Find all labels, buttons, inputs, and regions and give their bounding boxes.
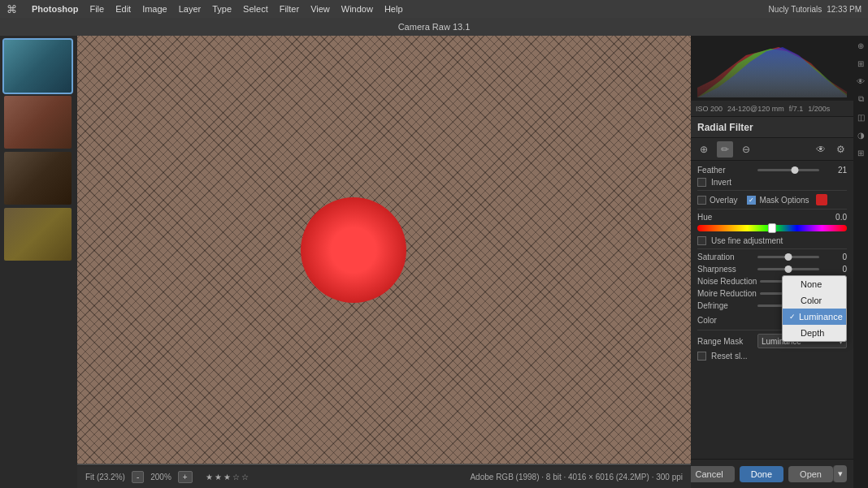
menu-select[interactable]: Select — [243, 4, 268, 14]
dropdown-luminance-label: Luminance — [799, 312, 843, 322]
zoom-fit: Fit (23.2%) — [85, 473, 125, 482]
brush-icon[interactable]: ✏ — [717, 141, 733, 158]
color-info: Adobe RGB (1998) · 8 bit · 4016 × 6016 (… — [470, 473, 683, 482]
filmstrip-thumb-3[interactable] — [4, 152, 72, 205]
luminance-checkmark: ✓ — [789, 313, 796, 321]
feather-thumb[interactable] — [791, 166, 798, 174]
mask-options-checkbox[interactable]: ✓ — [747, 196, 756, 205]
menu-bar: ⌘ Photoshop File Edit Image Layer Type S… — [0, 0, 868, 18]
layers-icon[interactable]: ⧉ — [854, 93, 867, 106]
fine-adjustment-checkbox[interactable] — [697, 236, 706, 245]
fine-adjustment-row: Use fine adjustment — [697, 236, 847, 245]
sharpness-slider[interactable] — [757, 268, 819, 270]
open-button[interactable]: Open — [788, 466, 833, 482]
filmstrip-thumb-1[interactable] — [4, 40, 72, 93]
feather-label: Feather — [697, 166, 754, 175]
done-button[interactable]: Done — [740, 466, 783, 482]
radial-filter-circle[interactable] — [301, 197, 406, 303]
mask-color-swatch[interactable] — [816, 194, 827, 205]
open-dropdown-button[interactable]: ▾ — [833, 465, 847, 482]
divider-2 — [697, 209, 847, 209]
mask-overlay-icon[interactable]: ◑ — [854, 128, 867, 141]
open-arrow-icon: ▾ — [838, 469, 843, 479]
range-mask-dropdown[interactable]: None Color ✓ Luminance Depth — [782, 275, 847, 342]
dropdown-depth-label: Depth — [801, 328, 824, 338]
saturation-value: 0 — [822, 253, 847, 261]
dropdown-item-depth[interactable]: Depth — [783, 325, 846, 341]
defringe-label: Defringe — [697, 301, 754, 310]
app-title: Camera Raw 13.1 — [398, 22, 471, 32]
menu-file[interactable]: File — [89, 4, 104, 14]
saturation-slider[interactable] — [757, 256, 819, 258]
star-2[interactable]: ★ — [215, 473, 222, 482]
hue-thumb[interactable] — [768, 223, 776, 233]
eye-icon[interactable]: 👁 — [813, 141, 829, 158]
zoom-pct: 200% — [150, 473, 171, 482]
panel-title: Radial Filter — [691, 117, 853, 138]
sharpness-label: Sharpness — [697, 265, 754, 274]
new-filter-icon[interactable]: ⊕ — [696, 141, 712, 158]
exif-focal: 24-120@120 mm — [727, 105, 784, 113]
feather-slider[interactable] — [757, 169, 819, 171]
star-1[interactable]: ★ — [206, 473, 213, 482]
cancel-button[interactable]: Cancel — [691, 466, 735, 482]
saturation-thumb[interactable] — [785, 253, 792, 261]
grid-icon[interactable]: ⊞ — [854, 146, 867, 159]
settings-icon[interactable]: ⚙ — [832, 141, 848, 158]
zoom-in-button[interactable]: + — [178, 471, 193, 483]
sharpness-row: Sharpness 0 — [697, 265, 847, 274]
erase-icon[interactable]: ⊖ — [738, 141, 754, 158]
fine-adjustment-label: Use fine adjustment — [711, 236, 783, 245]
star-3[interactable]: ★ — [224, 473, 231, 482]
canvas-image[interactable] — [77, 36, 691, 464]
status-bar: Fit (23.2%) - 200% + ★ ★ ★ ☆ ☆ Adobe RGB… — [77, 465, 691, 488]
histogram-chart — [694, 39, 850, 97]
overlay-checkbox[interactable] — [697, 196, 706, 205]
color-label: Color — [697, 316, 754, 325]
menu-layer[interactable]: Layer — [179, 4, 202, 14]
range-mask-label: Range Mask — [697, 337, 754, 346]
dropdown-item-none[interactable]: None — [783, 276, 846, 292]
invert-label: Invert — [711, 178, 731, 187]
exif-iso: ISO 200 — [696, 105, 723, 113]
star-rating[interactable]: ★ ★ ★ ☆ ☆ — [206, 473, 249, 482]
fit-icon[interactable]: ⊞ — [854, 57, 867, 70]
dropdown-item-color[interactable]: Color — [783, 292, 846, 309]
right-icons-strip: ⊕ ⊞ 👁 ⧉ ◫ ◑ ⊞ — [853, 36, 868, 488]
filmstrip-thumb-4[interactable] — [4, 208, 72, 261]
menu-type[interactable]: Type — [212, 4, 232, 14]
menu-view[interactable]: View — [310, 4, 330, 14]
histogram-area — [691, 36, 853, 101]
menu-edit[interactable]: Edit — [115, 4, 131, 14]
sharpness-thumb[interactable] — [785, 266, 792, 273]
menu-filter[interactable]: Filter — [280, 4, 299, 14]
invert-checkbox[interactable] — [697, 178, 706, 187]
apple-menu[interactable]: ⌘ — [7, 3, 17, 15]
menu-help[interactable]: Help — [384, 4, 403, 14]
eye-toggle-icon[interactable]: 👁 — [854, 75, 867, 88]
panel-title-text: Radial Filter — [697, 122, 753, 133]
nucly-tutorials: Nucly Tutorials — [769, 5, 822, 14]
hue-label: Hue — [697, 213, 754, 222]
filmstrip-thumb-2[interactable] — [4, 96, 72, 149]
dropdown-item-luminance[interactable]: ✓ Luminance — [783, 309, 846, 325]
before-after-icon[interactable]: ◫ — [854, 110, 867, 123]
bottom-buttons: Cancel Done Open ▾ — [691, 459, 853, 488]
mask-options-row: Overlay ✓ Mask Options — [697, 194, 847, 205]
menu-window[interactable]: Window — [341, 4, 373, 14]
sharpness-value: 0 — [822, 265, 847, 274]
menu-photoshop[interactable]: Photoshop — [32, 4, 78, 14]
menu-image[interactable]: Image — [142, 4, 167, 14]
zoom-out-button[interactable]: - — [132, 471, 144, 483]
reset-checkbox[interactable] — [697, 352, 706, 361]
hue-slider[interactable] — [697, 225, 847, 231]
zoom-icon[interactable]: ⊕ — [854, 39, 867, 52]
title-bar: Camera Raw 13.1 — [0, 18, 868, 36]
exif-bar: ISO 200 24-120@120 mm f/7.1 1/200s — [691, 101, 853, 117]
noise-reduction-label: Noise Reduction — [697, 277, 757, 286]
panel-toolbar: ⊕ ✏ ⊖ 👁 ⚙ — [691, 138, 853, 161]
star-5[interactable]: ☆ — [241, 473, 249, 482]
star-4[interactable]: ☆ — [232, 473, 240, 482]
mesh-background — [77, 36, 691, 464]
menu-bar-right: Nucly Tutorials 12:33 PM — [769, 5, 861, 14]
